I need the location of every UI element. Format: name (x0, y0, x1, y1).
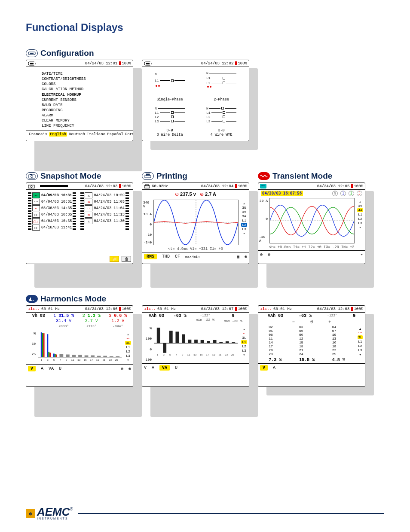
print-tabs[interactable]: RMS THD CF max/min ▦ ⊕ (142, 252, 249, 261)
harm2-legend[interactable]: ▴ 〰 3L L1 L2 L3 ▾ (239, 325, 249, 363)
zoom-out[interactable]: ⊖ (121, 366, 123, 371)
tab-v[interactable]: V (28, 366, 36, 371)
legend-item-sel[interactable]: 3L (125, 341, 131, 345)
lang-opt[interactable]: Italiano (87, 132, 105, 137)
tab-maxmin[interactable]: max/min (185, 255, 200, 258)
legend-item[interactable]: L3 (126, 354, 130, 358)
harm3-legend[interactable]: ▴ 〰 3L L1 L2 L3 ▾ (355, 324, 365, 363)
filmstrip-left[interactable]: 〰04/09/03 10:31 〰04/04/03 10:31 〰03/30/0… (28, 192, 76, 231)
tab-u[interactable]: U (59, 366, 61, 371)
hookup-2phase[interactable]: NL1L2 2-Phase (196, 69, 247, 104)
legend-item[interactable]: L1 (126, 345, 130, 349)
snap-ts[interactable]: 04/24/03 11:04 (94, 206, 124, 210)
snap-ts[interactable]: 04/04/03 10:35 (41, 213, 72, 217)
snap-ts[interactable]: 04/04/03 10:35 (41, 219, 72, 223)
tab-cf[interactable]: CF (175, 254, 180, 259)
zoom-out[interactable]: ⊖ (260, 252, 263, 257)
legend-item[interactable]: L2 (242, 344, 246, 348)
legend-item[interactable]: L3 (358, 348, 362, 352)
hookup-grid[interactable]: NL1 Single-Phase NL1L2 2-Phase NL1L2L3 3… (142, 67, 249, 141)
harm2-tabs[interactable]: V A VA U (142, 363, 249, 372)
menu-item[interactable]: RECORDING (42, 108, 129, 113)
snap-ts[interactable]: 04/24/03 11:13 (94, 213, 124, 217)
menu-item[interactable]: ALARM (42, 113, 129, 118)
lang-opt[interactable]: Francais (29, 132, 47, 137)
phase-1[interactable]: 1 (340, 191, 346, 196)
snap-ts[interactable]: 04/24/03 10:59 (94, 193, 124, 198)
harm1-tabs[interactable]: V A VA U ⊖ ⊕ (26, 364, 133, 373)
hookup-single-phase[interactable]: NL1 Single-Phase (144, 69, 196, 104)
menu-item[interactable]: CURRENT SENSORS (42, 97, 129, 103)
legend-item-sel[interactable]: 3L (358, 335, 363, 339)
snap-ts[interactable]: 04/24/03 11:30 (94, 219, 124, 223)
legend-item[interactable]: L2 (358, 344, 362, 348)
snap-ts[interactable]: 04/09/03 10:31 (41, 193, 72, 198)
phase-n[interactable]: N (332, 191, 338, 196)
legend-item[interactable]: L3 (358, 221, 362, 225)
legend-item[interactable]: L2 (126, 350, 130, 353)
tab-a[interactable]: A (152, 365, 154, 370)
legend-item[interactable]: L2 (358, 217, 362, 221)
trans-ts[interactable]: 04/20/03 16:07:56 (261, 191, 303, 196)
menu-item[interactable]: DATE/TIME (42, 71, 129, 76)
trash-button[interactable]: 🗑 (122, 256, 131, 262)
print-legend[interactable]: ▴ 3U 3V 3A L1 L2 L3 ▾ (239, 199, 249, 246)
legend-item[interactable]: L3 (242, 227, 246, 231)
return-icon[interactable]: ↶ (361, 252, 363, 257)
config-menu[interactable]: DATE/TIME CONTRAST/BRIGHTNESS COLORS CAL… (26, 67, 133, 131)
snap-ts[interactable]: 04/04/03 10:31 (41, 200, 72, 204)
legend-item[interactable]: L1 (242, 219, 246, 222)
tab-rms[interactable]: RMS (144, 254, 157, 259)
menu-item[interactable]: CLEAR MEMORY (42, 118, 129, 123)
snap-ts[interactable]: 04/18/03 11:41 (41, 225, 72, 230)
hookup-3wire-delta[interactable]: NL1L2L3 3-Ø3 Wire Delta (144, 104, 196, 139)
legend-item[interactable]: L1 (358, 213, 362, 216)
harm-num: 14 (269, 340, 281, 344)
tab-a[interactable]: A (41, 366, 43, 371)
harm3-tabs[interactable]: V A (258, 363, 365, 372)
menu-item-selected[interactable]: ELECTRICAL HOOKUP (42, 92, 129, 97)
phase-2[interactable]: 2 (349, 191, 354, 196)
lang-opt-selected[interactable]: English (49, 132, 67, 137)
phase-3[interactable]: 3 (357, 191, 362, 196)
tab-v[interactable]: V (144, 365, 147, 370)
menu-item[interactable]: CONTRAST/BRIGHTNESS (42, 76, 129, 82)
lang-opt[interactable]: Portugues (125, 132, 133, 137)
legend-item[interactable]: L1 (358, 340, 362, 344)
table-icon[interactable]: ▦ (237, 254, 239, 259)
lang-opt[interactable]: Español (107, 132, 123, 137)
menu-item[interactable]: LINE FREQUENCY (42, 123, 129, 128)
legend-item[interactable]: L3 (242, 349, 246, 353)
tab-v[interactable]: V (260, 365, 268, 371)
legend-item[interactable]: 3U (242, 206, 246, 210)
phasor-icon[interactable]: ⊕ (245, 254, 247, 259)
tab-a[interactable]: A (273, 365, 275, 370)
snap-ts[interactable]: 04/24/03 11:03 (94, 200, 124, 204)
tab-u[interactable]: U (175, 365, 177, 370)
legend-item-sel[interactable]: L1 (241, 340, 247, 344)
trans-legend[interactable]: ▴ 3V 4A L1 L2 L3 ▾ (355, 197, 365, 244)
tab-va[interactable]: VA (159, 365, 170, 371)
legend-item[interactable]: 3A (242, 214, 246, 218)
legend-item-sel[interactable]: L2 (241, 223, 247, 227)
legend-item[interactable]: 3L (242, 336, 246, 340)
harm1-legend[interactable]: ▴ 〰 3L L1 L2 L3 ▾ (123, 330, 133, 364)
legend-item-sel[interactable]: 4A (357, 208, 363, 212)
tab-va[interactable]: VA (49, 366, 54, 371)
filmstrip-right[interactable]: ⚠04/24/03 10:59 ▭04/24/03 11:03 〰04/24/0… (80, 192, 129, 231)
folder-button[interactable]: 📁 (110, 256, 119, 262)
snap-ts[interactable]: 03/30/03 14:35 (41, 206, 72, 210)
tab-thd[interactable]: THD (162, 254, 170, 259)
svg-text:15: 15 (200, 353, 203, 356)
legend-item[interactable]: 3V (242, 210, 246, 214)
menu-item[interactable]: COLORS (42, 82, 129, 87)
lang-opt[interactable]: Deutsch (69, 132, 85, 137)
zoom-in[interactable]: ⊕ (268, 252, 270, 257)
legend-item[interactable]: 3V (358, 204, 362, 208)
language-bar[interactable]: Francais English Deutsch Italiano Españo… (26, 131, 133, 138)
zoom-in[interactable]: ⊕ (129, 366, 131, 371)
menu-item[interactable]: BAUD RATE (42, 103, 129, 108)
menu-item[interactable]: CALCULATION METHOD (42, 87, 129, 92)
trans-tabs[interactable]: ⊖ ⊕ ↶ (258, 250, 365, 258)
hookup-4wire-wye[interactable]: NL1L2L3 3-Ø4 Wire WYE (196, 104, 247, 139)
